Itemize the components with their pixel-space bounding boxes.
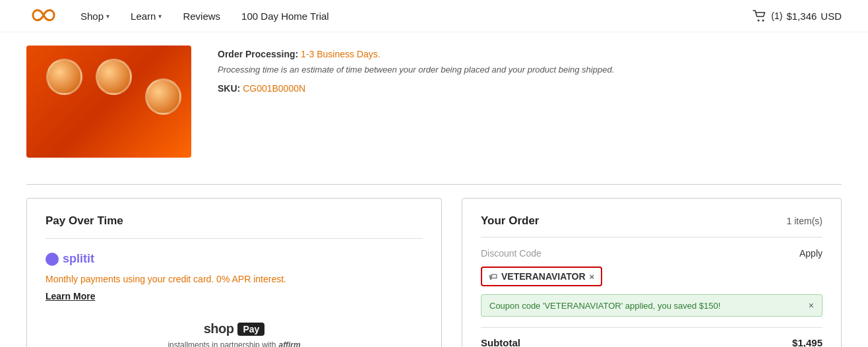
coupon-success-close[interactable]: × [809,300,814,311]
affirm-note-text: installments in partnership with [168,340,276,347]
nav-shop[interactable]: Shop ▾ [80,11,109,22]
affirm-note: installments in partnership with affirm [46,340,423,347]
main-header: Shop ▾ Learn ▾ Reviews 100 Day Home Tria… [0,0,868,32]
splitit-icon [46,253,59,266]
logo[interactable] [26,5,61,28]
order-processing-line: Order Processing: 1-3 Business Days. [218,49,842,59]
nav-learn[interactable]: Learn ▾ [131,11,162,22]
sku-value: CG001B0000N [243,83,305,94]
learn-chevron-icon: ▾ [158,13,162,20]
order-processing-value: 1-3 Business Days. [301,49,381,59]
shop-pay-section: shop Pay installments in partnership wit… [46,321,423,347]
processing-note: Processing time is an estimate of time b… [218,63,842,77]
sku-line: SKU: CG001B0000N [218,83,842,94]
splitit-logo: splitit [46,252,423,266]
your-order-box: Your Order 1 item(s) Discount Code Apply… [462,198,842,347]
order-divider [481,237,822,237]
circle-2 [96,59,132,95]
pay-over-time-title: Pay Over Time [46,214,423,228]
cart-amount: $1,346 [786,11,817,22]
subtotal-row: Subtotal $1,495 [481,337,822,347]
cart-currency: USD [821,11,842,22]
order-processing-label: Order Processing: [218,49,298,59]
item-count: 1 item(s) [787,216,822,226]
subtotal-value: $1,495 [792,337,822,347]
coupon-success-message: Coupon code 'VETERANAVIATOR' applied, yo… [489,301,720,311]
tag-icon: 🏷 [489,272,497,282]
cart-button[interactable]: (1) $1,346 USD [753,10,842,22]
main-nav: Shop ▾ Learn ▾ Reviews 100 Day Home Tria… [80,11,753,22]
your-order-header: Your Order 1 item(s) [481,214,822,228]
pay-badge: Pay [237,323,264,336]
section-divider [26,184,842,185]
subtotal-label: Subtotal [481,337,520,347]
svg-point-1 [762,20,764,22]
bottom-section: Pay Over Time splitit Monthly payments u… [26,198,842,347]
cart-count: (1) [771,11,782,21]
circle-1 [46,59,82,95]
your-order-title: Your Order [481,214,539,228]
product-details: Order Processing: 1-3 Business Days. Pro… [218,46,842,94]
svg-point-0 [758,20,760,22]
cart-icon [753,10,767,22]
coupon-code-text: VETERANAVIATOR [501,271,586,282]
product-image [26,46,191,158]
shop-text: shop [204,321,234,336]
apply-button[interactable]: Apply [799,248,822,259]
coupon-success-banner: Coupon code 'VETERANAVIATOR' applied, yo… [481,294,822,317]
nav-reviews[interactable]: Reviews [183,11,220,22]
nav-home-trial[interactable]: 100 Day Home Trial [241,11,329,22]
splitit-description: Monthly payments using your credit card.… [46,274,423,284]
shop-chevron-icon: ▾ [106,13,109,20]
splitit-text: splitit [63,252,94,266]
learn-more-link[interactable]: Learn More [46,291,95,301]
remove-coupon-button[interactable]: × [590,272,595,282]
main-content: Order Processing: 1-3 Business Days. Pro… [0,32,868,347]
pot-divider [46,238,423,239]
coupon-tag: 🏷 VETERANAVIATOR × [481,267,602,286]
order-summary-divider [481,327,822,328]
product-circles [46,59,181,115]
discount-code-row: Discount Code Apply [481,248,822,259]
discount-code-placeholder: Discount Code [481,248,542,259]
sku-label: SKU: [218,83,240,94]
circle-3 [145,79,181,115]
pay-over-time-box: Pay Over Time splitit Monthly payments u… [26,198,442,347]
top-section: Order Processing: 1-3 Business Days. Pro… [26,32,842,177]
shop-pay-logo: shop Pay [204,321,265,336]
affirm-logo-text: affirm [278,340,300,347]
